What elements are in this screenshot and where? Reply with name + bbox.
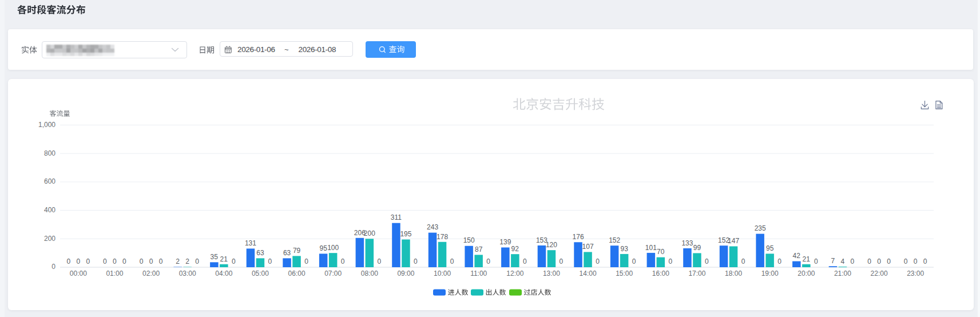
svg-text:0: 0 <box>523 257 527 266</box>
svg-text:35: 35 <box>211 253 219 261</box>
svg-text:0: 0 <box>140 257 144 266</box>
svg-text:95: 95 <box>766 244 774 252</box>
svg-text:235: 235 <box>755 224 766 232</box>
svg-text:0: 0 <box>867 257 871 266</box>
svg-text:0: 0 <box>51 263 55 271</box>
svg-text:200: 200 <box>44 235 55 243</box>
svg-text:87: 87 <box>475 245 483 253</box>
svg-text:2: 2 <box>185 257 189 266</box>
svg-text:2026-01-08: 2026-01-08 <box>299 45 336 54</box>
svg-text:00:00: 00:00 <box>70 270 87 278</box>
svg-text:79: 79 <box>293 247 301 255</box>
svg-text:95: 95 <box>320 244 328 252</box>
svg-text:~: ~ <box>284 45 289 54</box>
svg-text:147: 147 <box>728 237 739 245</box>
svg-text:0: 0 <box>560 257 564 266</box>
svg-text:2: 2 <box>176 257 180 266</box>
svg-text:0: 0 <box>103 257 107 266</box>
svg-text:14:00: 14:00 <box>580 270 597 278</box>
svg-text:139: 139 <box>499 238 511 246</box>
svg-text:21: 21 <box>220 255 228 263</box>
svg-text:0: 0 <box>486 257 490 266</box>
svg-text:21:00: 21:00 <box>834 270 851 278</box>
svg-text:0: 0 <box>66 257 70 266</box>
svg-text:0: 0 <box>76 257 80 266</box>
svg-text:0: 0 <box>923 257 927 266</box>
svg-text:0: 0 <box>814 257 818 266</box>
svg-text:05:00: 05:00 <box>252 270 269 278</box>
svg-text:93: 93 <box>621 245 629 253</box>
svg-text:243: 243 <box>427 223 438 231</box>
svg-text:150: 150 <box>463 236 475 244</box>
svg-text:20:00: 20:00 <box>798 270 815 278</box>
svg-text:0: 0 <box>232 257 236 266</box>
svg-text:04:00: 04:00 <box>215 270 232 278</box>
svg-text:800: 800 <box>44 149 55 157</box>
svg-text:0: 0 <box>887 257 891 266</box>
svg-text:07:00: 07:00 <box>324 270 342 278</box>
svg-text:100: 100 <box>327 244 339 252</box>
svg-text:19:00: 19:00 <box>761 270 779 278</box>
svg-text:0: 0 <box>705 257 709 266</box>
svg-text:101: 101 <box>645 244 657 252</box>
svg-text:18:00: 18:00 <box>725 270 742 278</box>
svg-text:11:00: 11:00 <box>470 270 487 278</box>
svg-text:0: 0 <box>304 257 308 266</box>
svg-text:0: 0 <box>86 257 90 266</box>
svg-text:0: 0 <box>149 257 153 266</box>
svg-text:400: 400 <box>44 206 55 214</box>
svg-text:0: 0 <box>632 257 636 266</box>
svg-text:1,000: 1,000 <box>38 121 55 129</box>
svg-text:63: 63 <box>256 249 264 257</box>
svg-text:0: 0 <box>914 257 918 266</box>
svg-text:200: 200 <box>364 229 375 237</box>
svg-text:99: 99 <box>693 244 701 252</box>
svg-text:176: 176 <box>573 233 584 241</box>
svg-text:01:00: 01:00 <box>106 270 123 278</box>
svg-text:0: 0 <box>341 257 345 266</box>
svg-text:0: 0 <box>777 257 781 266</box>
svg-text:4: 4 <box>841 257 845 266</box>
svg-text:107: 107 <box>582 243 594 251</box>
svg-text:0: 0 <box>668 257 672 266</box>
svg-text:09:00: 09:00 <box>397 270 414 278</box>
svg-text:70: 70 <box>657 248 665 256</box>
svg-text:02:00: 02:00 <box>142 270 160 278</box>
svg-text:0: 0 <box>741 257 745 266</box>
svg-text:15:00: 15:00 <box>616 270 633 278</box>
svg-text:0: 0 <box>851 257 855 266</box>
svg-text:63: 63 <box>283 249 291 257</box>
svg-text:195: 195 <box>400 230 411 238</box>
svg-text:0: 0 <box>113 257 117 266</box>
svg-text:133: 133 <box>681 239 693 247</box>
svg-text:0: 0 <box>122 257 126 266</box>
svg-text:03:00: 03:00 <box>179 270 196 278</box>
svg-text:0: 0 <box>450 257 454 266</box>
svg-text:16:00: 16:00 <box>652 270 669 278</box>
svg-text:7: 7 <box>831 257 835 265</box>
svg-text:131: 131 <box>245 239 256 247</box>
svg-text:10:00: 10:00 <box>434 270 451 278</box>
svg-text:0: 0 <box>195 257 199 266</box>
svg-text:17:00: 17:00 <box>688 270 705 278</box>
svg-text:120: 120 <box>546 241 557 249</box>
svg-text:311: 311 <box>391 213 402 221</box>
svg-text:0: 0 <box>414 257 418 266</box>
svg-text:2026-01-06: 2026-01-06 <box>237 45 275 54</box>
svg-text:08:00: 08:00 <box>361 270 378 278</box>
svg-text:0: 0 <box>268 257 272 266</box>
svg-text:0: 0 <box>877 257 881 266</box>
svg-text:600: 600 <box>44 177 55 185</box>
svg-text:13:00: 13:00 <box>543 270 560 278</box>
svg-text:23:00: 23:00 <box>907 270 924 278</box>
svg-text:92: 92 <box>511 245 519 253</box>
svg-text:22:00: 22:00 <box>871 270 888 278</box>
svg-text:0: 0 <box>904 257 908 266</box>
svg-text:42: 42 <box>793 252 801 260</box>
svg-text:0: 0 <box>159 257 163 266</box>
svg-text:152: 152 <box>609 236 620 244</box>
svg-text:12:00: 12:00 <box>506 270 523 278</box>
svg-text:0: 0 <box>596 257 600 266</box>
svg-text:0: 0 <box>377 257 381 266</box>
svg-text:21: 21 <box>803 255 811 263</box>
